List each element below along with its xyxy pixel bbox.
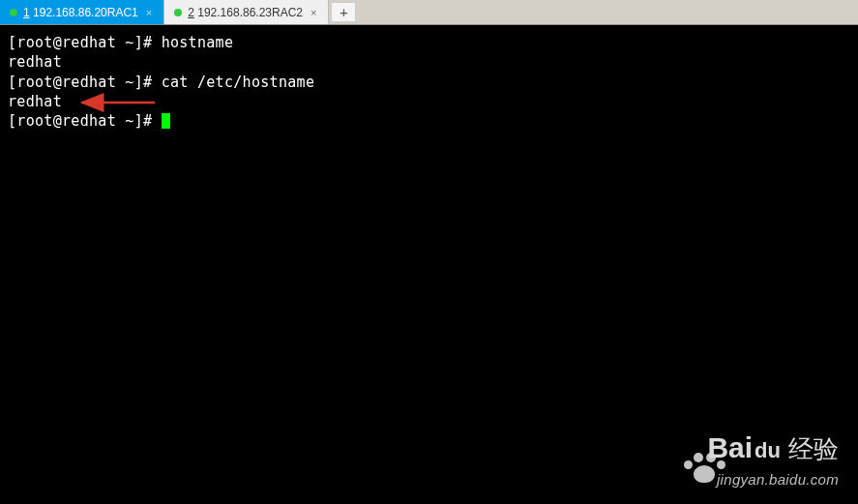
- terminal-line: [root@redhat ~]#: [8, 111, 850, 131]
- terminal-line: [root@redhat ~]# cat /etc/hostname: [8, 73, 850, 92]
- tab-rac2[interactable]: 2 192.168.86.23RAC2 ×: [164, 0, 329, 24]
- close-icon[interactable]: ×: [309, 7, 318, 18]
- tab-label: 2 192.168.86.23RAC2: [188, 6, 303, 19]
- tab-bar: 1 192.168.86.20RAC1 × 2 192.168.86.23RAC…: [0, 0, 858, 25]
- terminal-line: [root@redhat ~]# hostname: [8, 33, 850, 52]
- cursor-icon: [162, 113, 170, 129]
- watermark-url: jingyan.baidu.com: [707, 470, 839, 489]
- tab-rac1[interactable]: 1 192.168.86.20RAC1 ×: [0, 0, 164, 24]
- terminal-area[interactable]: [root@redhat ~]# hostname redhat [root@r…: [0, 25, 858, 504]
- watermark-brand: Baidu经验: [707, 429, 839, 468]
- close-icon[interactable]: ×: [144, 7, 154, 18]
- status-dot-icon: [174, 9, 182, 16]
- watermark: Baidu经验 jingyan.baidu.com: [707, 429, 839, 489]
- terminal-output: redhat: [8, 52, 850, 72]
- status-dot-icon: [10, 9, 17, 16]
- tab-label: 1 192.168.86.20RAC1: [23, 6, 138, 19]
- new-tab-button[interactable]: +: [331, 2, 356, 22]
- terminal-output: redhat: [8, 92, 850, 111]
